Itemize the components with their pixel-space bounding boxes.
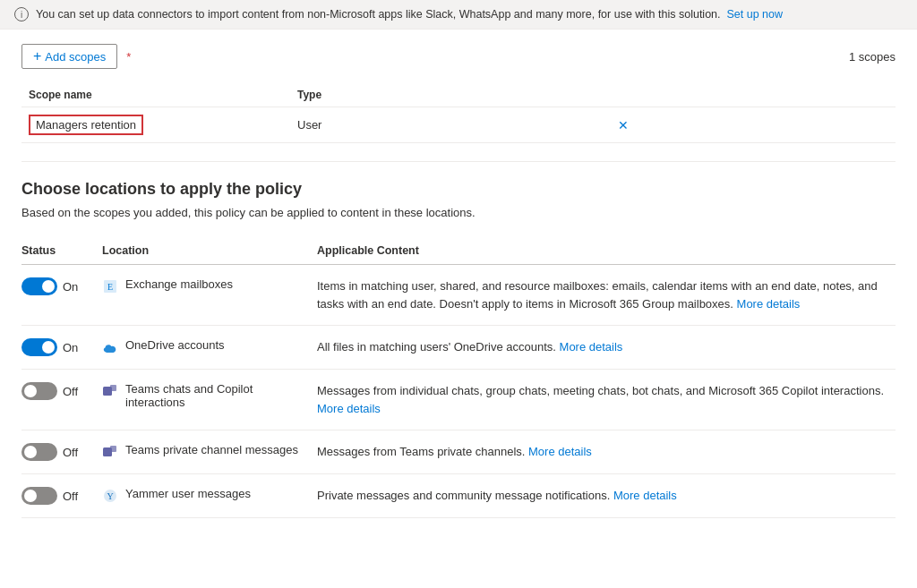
yammer-icon-4: Y (102, 488, 118, 504)
toggle-switch-0[interactable] (21, 277, 57, 295)
locations-description: Based on the scopes you added, this poli… (21, 206, 896, 219)
actions-header (605, 83, 896, 107)
required-asterisk: * (126, 50, 131, 64)
location-inner-0: E Exchange mailboxes (102, 277, 306, 294)
banner-text: You can set up data connectors to import… (36, 8, 783, 21)
plus-icon: + (33, 49, 41, 64)
setup-now-link[interactable]: Set up now (726, 8, 783, 21)
location-cell-2: Teams chats and Copilot interactions (102, 370, 317, 430)
scopes-toolbar: + Add scopes * 1 scopes (21, 44, 896, 69)
toggle-container-4: Off (21, 487, 91, 505)
info-banner: i You can set up data connectors to impo… (0, 0, 917, 30)
add-scopes-label: Add scopes (45, 50, 106, 64)
toggle-switch-1[interactable] (21, 338, 57, 356)
content-text-1: All files in matching users' OneDrive ac… (317, 340, 622, 354)
location-row: On OneDrive accounts All files in matchi… (21, 326, 896, 370)
scopes-table: Scope name Type Managers retention User … (21, 83, 896, 143)
status-cell-1: On (21, 326, 102, 370)
content-text-3: Messages from Teams private channels. Mo… (317, 445, 592, 458)
toggle-label-4: Off (63, 490, 78, 503)
location-inner-4: Y Yammer user messages (102, 487, 306, 504)
locations-table: Status Location Applicable Content On (21, 237, 896, 518)
more-details-link-0[interactable]: More details (737, 297, 801, 311)
add-scopes-button[interactable]: + Add scopes (21, 44, 117, 69)
content-text-4: Private messages and community message n… (317, 489, 677, 502)
toggle-container-2: Off (21, 382, 91, 400)
toggle-container-1: On (21, 338, 91, 356)
location-row: Off Y Yammer user messages Private messa… (21, 474, 896, 518)
table-row: Managers retention User ✕ (21, 107, 896, 143)
status-cell-4: Off (21, 474, 102, 518)
toggle-label-3: Off (63, 446, 78, 459)
location-name-3: Teams private channel messages (125, 443, 298, 456)
toggle-switch-2[interactable] (21, 382, 57, 400)
type-header: Type (290, 83, 605, 107)
scope-delete-cell: ✕ (605, 107, 896, 143)
onedrive-icon-1 (102, 339, 118, 355)
status-header: Status (21, 237, 102, 265)
section-divider (21, 161, 896, 162)
content-text-0: Items in matching user, shared, and reso… (317, 279, 878, 311)
content-cell-4: Private messages and community message n… (317, 474, 896, 518)
location-inner-2: Teams chats and Copilot interactions (102, 382, 306, 409)
toggle-label-1: On (63, 341, 78, 354)
info-icon: i (14, 7, 29, 21)
location-header: Location (102, 237, 317, 265)
more-details-link-3[interactable]: More details (528, 445, 592, 458)
location-inner-1: OneDrive accounts (102, 338, 306, 355)
locations-section: Choose locations to apply the policy Bas… (21, 180, 896, 518)
scope-type-cell: User (290, 107, 605, 143)
location-cell-4: Y Yammer user messages (102, 474, 317, 518)
toggle-switch-3[interactable] (21, 443, 57, 461)
exchange-icon-0: E (102, 278, 118, 294)
location-name-0: Exchange mailboxes (125, 277, 233, 291)
more-details-link-4[interactable]: More details (613, 489, 677, 502)
status-cell-3: Off (21, 430, 102, 474)
scopes-count: 1 scopes (849, 50, 896, 64)
location-name-4: Yammer user messages (125, 487, 251, 500)
scope-name-cell: Managers retention (21, 107, 290, 143)
toggle-label-2: Off (63, 385, 78, 398)
location-name-1: OneDrive accounts (125, 338, 225, 352)
applicable-content-header: Applicable Content (317, 237, 896, 265)
location-row: Off Teams private channel messages Messa… (21, 430, 896, 474)
location-cell-0: E Exchange mailboxes (102, 265, 317, 326)
locations-title: Choose locations to apply the policy (21, 180, 896, 199)
svg-text:E: E (107, 282, 113, 292)
more-details-link-2[interactable]: More details (317, 402, 381, 415)
svg-rect-5 (110, 446, 116, 452)
content-cell-1: All files in matching users' OneDrive ac… (317, 326, 896, 370)
toggle-switch-4[interactable] (21, 487, 57, 505)
toggle-container-3: Off (21, 443, 91, 461)
content-cell-2: Messages from individual chats, group ch… (317, 370, 896, 430)
location-cell-3: Teams private channel messages (102, 430, 317, 474)
main-content: + Add scopes * 1 scopes Scope name Type … (0, 30, 917, 533)
content-text-2: Messages from individual chats, group ch… (317, 384, 884, 415)
location-inner-3: Teams private channel messages (102, 443, 306, 460)
content-cell-0: Items in matching user, shared, and reso… (317, 265, 896, 326)
teams-icon-3 (102, 444, 118, 460)
location-name-2: Teams chats and Copilot interactions (125, 382, 306, 409)
delete-scope-button[interactable]: ✕ (613, 116, 634, 134)
scope-name-value: Managers retention (29, 115, 143, 135)
status-cell-0: On (21, 265, 102, 326)
status-cell-2: Off (21, 370, 102, 430)
svg-rect-3 (110, 385, 116, 391)
location-cell-1: OneDrive accounts (102, 326, 317, 370)
toggle-label-0: On (63, 280, 78, 294)
location-row: Off Teams chats and Copilot interactions… (21, 370, 896, 430)
teams-icon-2 (102, 383, 118, 399)
scope-name-header: Scope name (21, 83, 290, 107)
toggle-container-0: On (21, 277, 91, 295)
location-row: On E Exchange mailboxes Items in matchin… (21, 265, 896, 326)
more-details-link-1[interactable]: More details (560, 340, 623, 354)
content-cell-3: Messages from Teams private channels. Mo… (317, 430, 896, 474)
svg-text:Y: Y (107, 491, 113, 501)
